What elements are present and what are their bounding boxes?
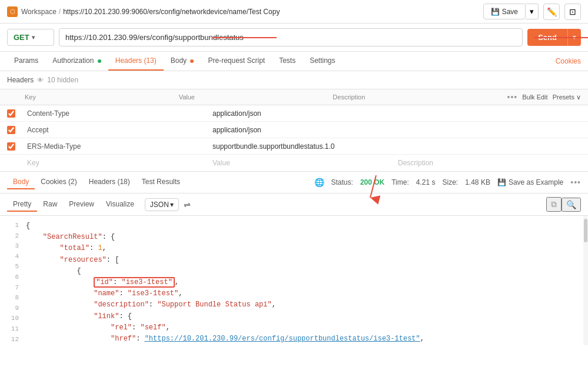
body-dot [190,59,194,63]
globe-icon: 🌐 [314,178,324,187]
send-button[interactable]: Send [527,29,567,46]
save-icon: 💾 [491,8,500,16]
row1-checkbox[interactable] [7,109,15,118]
size-label: Size: [443,178,459,186]
row2-checkbox[interactable] [7,126,15,134]
save-example-icon: 💾 [497,178,506,186]
row3-description [396,145,581,148]
tab-prerequest[interactable]: Pre-request Script [201,52,272,71]
copy-button[interactable]: ⧉ [546,197,562,212]
headers-text: Headers [7,76,34,84]
code-line-2: "SearchResult": { [26,232,581,243]
status-label: Status: [331,178,353,186]
code-content: { "SearchResult": { "total": 1, "resourc… [21,216,588,345]
size-value: 1.48 KB [465,178,490,186]
scrollbar-track[interactable] [583,216,588,345]
empty-value: Value [210,157,396,169]
resp-tab-body[interactable]: Body [7,175,35,189]
workspace-label: Workspace [21,8,57,16]
send-btn-group: Send ▾ [527,29,581,46]
th-checkbox [7,95,25,99]
row1-key: Content-Type [25,108,210,119]
empty-table-row: Key Value Description [0,155,588,171]
hidden-count: 10 hidden [47,76,78,84]
breadcrumb-sep: / [59,8,61,16]
th-description: Description [333,92,487,102]
resp-tab-test-results[interactable]: Test Results [136,175,186,189]
headers-section: Headers 👁 10 hidden [0,71,588,89]
table-row: ERS-Media-Type supportbundle.supportbund… [0,138,588,155]
view-tab-preview[interactable]: Preview [63,198,100,212]
method-arrow-icon: ▾ [32,34,35,41]
save-label: Save [502,8,518,16]
code-container: 1 2 3 4 5 6 7 8 9 10 11 12 13 14 15 16 1… [0,216,588,345]
headers-label-row: Headers 👁 10 hidden [7,74,581,86]
save-button[interactable]: 💾 Save [483,4,526,19]
resp-tab-cookies[interactable]: Cookies (2) [35,175,82,189]
code-line-9: "link": { [26,311,581,322]
more-icon: ••• [507,92,517,102]
presets-button[interactable]: Presets ∨ [553,94,581,101]
save-dropdown-button[interactable]: ▾ [526,4,539,19]
workspace-icon [7,6,18,17]
request-title: https://10.201.230.99:9060/ers/config/ne… [63,8,280,16]
url-input[interactable] [59,28,523,46]
info-icon-button[interactable]: ⊡ [564,4,581,20]
line-numbers: 1 2 3 4 5 6 7 8 9 10 11 12 13 14 15 16 1… [0,216,21,345]
authorization-dot [98,59,101,63]
view-tab-raw[interactable]: Raw [37,198,63,212]
bulk-edit-button[interactable]: Bulk Edit [522,94,547,101]
save-example-label: Save as Example [509,178,563,186]
code-line-4: "resources": [ [26,255,581,266]
format-selector[interactable]: JSON ▾ [145,198,179,211]
top-bar-actions: 💾 Save ▾ ✏️ ⊡ [483,4,581,20]
format-arrow-icon: ▾ [170,201,174,209]
time-value: 4.21 s [416,178,436,186]
tab-body[interactable]: Body [164,52,201,71]
th-key: Key [25,92,179,102]
tab-tests[interactable]: Tests [272,52,303,71]
view-tab-pretty[interactable]: Pretty [7,198,37,212]
code-line-7: "name": "ise3-1test", [26,288,581,299]
code-line-3: "total": 1, [26,243,581,254]
table-header: Key Value Description ••• Bulk Edit Pres… [0,89,588,105]
url-bar: GET ▾ Send ▾ [0,24,588,52]
tab-headers[interactable]: Headers (13) [108,52,164,71]
edit-icon-button[interactable]: ✏️ [543,4,560,20]
tab-authorization[interactable]: Authorization [45,52,108,71]
code-line-5: { [26,266,581,277]
view-tab-visualize[interactable]: Visualize [100,198,140,212]
table-row: Content-Type application/json [0,105,588,122]
top-bar: Workspace / https://10.201.230.99:9060/e… [0,0,588,24]
code-line-12: "type": "application/json" [26,345,581,345]
save-btn-group: 💾 Save ▾ [483,4,539,19]
tab-settings[interactable]: Settings [303,52,342,71]
tab-params[interactable]: Params [7,52,45,71]
row3-value: supportbundle.supportbundlestatus.1.0 [210,141,396,152]
code-line-10: "rel": "self", [26,322,581,333]
filter-icon-button[interactable]: ⇌ [184,200,191,209]
save-example-button[interactable]: 💾 Save as Example [497,178,563,186]
body-view-bar: Pretty Raw Preview Visualize JSON ▾ ⇌ ⧉ … [0,193,588,216]
method-label: GET [14,33,29,42]
th-actions: ••• Bulk Edit Presets ∨ [507,92,581,102]
row1-description [396,112,581,115]
row3-checkbox[interactable] [7,142,15,151]
time-label: Time: [391,178,409,186]
search-button[interactable]: 🔍 [562,198,581,212]
code-line-6: "id": "ise3-1test", [26,277,581,288]
scrollbar-thumb[interactable] [584,219,587,242]
row3-key: ERS-Media-Type [25,141,210,152]
resp-tab-headers[interactable]: Headers (18) [83,175,136,189]
empty-key: Key [25,157,210,169]
row1-value: application/json [210,108,396,119]
method-selector[interactable]: GET ▾ [7,29,54,46]
status-info: 🌐 Status: 200 OK Time: 4.21 s Size: 1.48… [314,178,581,187]
response-bar: Body Cookies (2) Headers (18) Test Resul… [0,172,588,193]
send-dropdown-button[interactable]: ▾ [567,29,581,46]
row2-key: Accept [25,124,210,136]
eye-icon: 👁 [37,76,44,84]
code-line-11: "href": "https://10.201.230.99/ers/confi… [26,333,581,345]
response-more-button[interactable]: ••• [570,178,581,187]
cookies-link[interactable]: Cookies [556,52,581,70]
